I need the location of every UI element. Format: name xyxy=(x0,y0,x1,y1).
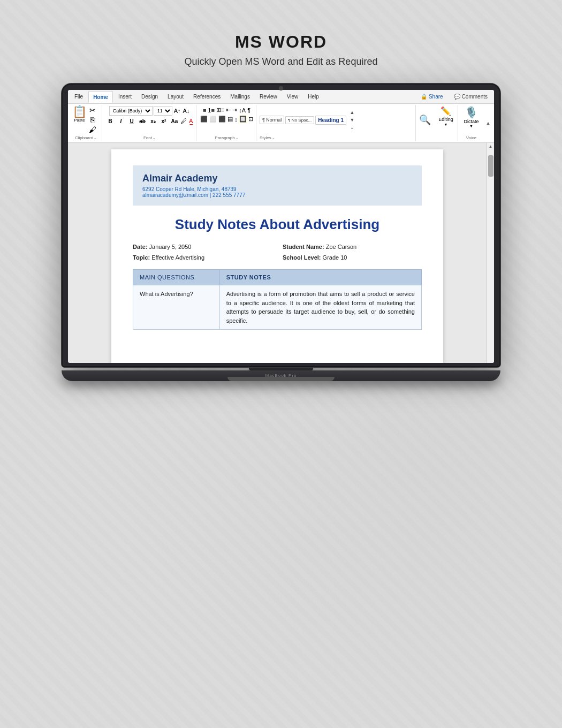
ribbon-tabs: File Home Insert Design Layout Reference… xyxy=(68,90,494,104)
dictate-button[interactable]: 🎙️ Dictate ▼ xyxy=(464,106,479,128)
grow-font-button[interactable]: A↑ xyxy=(173,107,181,115)
tab-view[interactable]: View xyxy=(283,91,303,103)
highlight-color-button[interactable]: 🖊 xyxy=(180,117,187,125)
tab-help[interactable]: Help xyxy=(303,91,323,103)
dictate-label: Dictate xyxy=(464,119,479,124)
share-button[interactable]: 🔒 Share xyxy=(416,93,447,101)
clipboard-group: 📋 Paste ✂ ⎘ 🖌 Clipboard ⌄ xyxy=(70,105,102,141)
styles-scroll-down[interactable]: ▼ xyxy=(348,117,356,123)
col-header-questions: MAIN QUESTIONS xyxy=(133,270,220,285)
font-size-select[interactable]: 11 xyxy=(154,106,172,116)
underline-button[interactable]: U xyxy=(127,117,136,125)
scrollbar-thumb[interactable] xyxy=(488,155,493,177)
scrollbar-track[interactable] xyxy=(487,150,494,363)
document-title: Study Notes About Advertising xyxy=(133,216,422,233)
tab-home[interactable]: Home xyxy=(88,91,113,103)
align-left-button[interactable]: ⬛ xyxy=(200,115,208,123)
academy-contact: almairacademy@zmail.com | 222 555 7777 xyxy=(142,192,412,198)
strikethrough-button[interactable]: ab xyxy=(138,117,147,125)
style-normal[interactable]: ¶ Normal xyxy=(260,116,284,124)
laptop-screen-frame: File Home Insert Design Layout Reference… xyxy=(62,84,500,367)
student-label: Student Name: xyxy=(283,244,324,250)
styles-expand[interactable]: ⌄ xyxy=(348,124,356,131)
search-group: 🔍 xyxy=(417,105,433,141)
editing-group: ✏️ Editing ▼ xyxy=(434,105,458,141)
paste-label: Paste xyxy=(74,118,85,123)
styles-label: Styles ⌄ xyxy=(260,135,275,140)
ribbon-scroll-arrow[interactable]: ▲ xyxy=(486,120,491,126)
style-no-spacing[interactable]: ¶ No Spac... xyxy=(285,116,314,124)
justify-button[interactable]: ▤ xyxy=(227,115,233,123)
ribbon-scrollbar[interactable]: ▲ xyxy=(484,105,492,141)
word-document: Almair Academy 6292 Cooper Rd Hale, Mich… xyxy=(111,149,443,363)
paragraph-group: ≡ 1≡ ⊞≡ ⇤ ⇥ ↕A ¶ ⬛ ⬜ ⬛ ▤ xyxy=(198,105,256,141)
study-table: MAIN QUESTIONS STUDY NOTES What is Adver… xyxy=(133,269,422,330)
tab-references[interactable]: References xyxy=(189,91,225,103)
meta-student: Student Name: Zoe Carson xyxy=(283,244,422,250)
tab-file[interactable]: File xyxy=(70,91,87,103)
scroll-up-arrow[interactable]: ▲ xyxy=(488,143,494,150)
col-header-notes: STUDY NOTES xyxy=(219,270,421,285)
laptop-label: MacBook Pro xyxy=(265,373,297,378)
align-right-button[interactable]: ⬛ xyxy=(218,115,226,123)
style-heading1[interactable]: Heading 1 xyxy=(315,116,346,125)
multilevel-button[interactable]: ⊞≡ xyxy=(216,106,225,114)
page-title-section: MS WORD Quickly Open MS Word and Edit as… xyxy=(185,32,378,67)
numbering-button[interactable]: 1≡ xyxy=(207,107,215,114)
meta-level: School Level: Grade 10 xyxy=(283,254,422,261)
shading-button[interactable]: 🔲 xyxy=(239,115,247,123)
document-area: ▲ ▼ Almair Academy 6292 Cooper Rd Hale, … xyxy=(68,143,494,363)
meta-grid: Date: January 5, 2050 Student Name: Zoe … xyxy=(133,244,422,261)
date-label: Date: xyxy=(133,244,148,250)
change-case-button[interactable]: Aa xyxy=(170,117,179,125)
sort-button[interactable]: ↕A xyxy=(238,107,246,114)
font-label: Font ⌄ xyxy=(143,135,156,140)
table-header-row: MAIN QUESTIONS STUDY NOTES xyxy=(133,270,422,285)
paste-icon: 📋 xyxy=(72,106,87,118)
tab-design[interactable]: Design xyxy=(137,91,162,103)
copy-button[interactable]: ⎘ xyxy=(88,116,97,124)
font-format-row: B I U ab x₂ x² Aa 🖊 A̲ xyxy=(105,117,194,125)
academy-name: Almair Academy xyxy=(142,173,412,184)
scrollbar[interactable]: ▲ ▼ xyxy=(487,143,494,363)
superscript-button[interactable]: x² xyxy=(159,117,169,125)
align-center-button[interactable]: ⬜ xyxy=(209,115,217,123)
dictate-chevron: ▼ xyxy=(469,124,473,128)
search-icon[interactable]: 🔍 xyxy=(419,114,431,126)
meta-topic: Topic: Effective Advertising xyxy=(133,254,272,261)
decrease-indent-button[interactable]: ⇤ xyxy=(225,106,231,114)
laptop-base: MacBook Pro xyxy=(62,370,500,381)
tab-layout[interactable]: Layout xyxy=(163,91,188,103)
increase-indent-button[interactable]: ⇥ xyxy=(232,106,238,114)
tab-insert[interactable]: Insert xyxy=(114,91,136,103)
tab-mailings[interactable]: Mailings xyxy=(226,91,254,103)
word-ribbon: File Home Insert Design Layout Reference… xyxy=(68,90,494,143)
bullets-button[interactable]: ≡ xyxy=(202,107,207,114)
show-formatting-button[interactable]: ¶ xyxy=(247,107,251,114)
page-subtitle: Quickly Open MS Word and Edit as Require… xyxy=(185,56,378,67)
shrink-font-button[interactable]: A↓ xyxy=(183,107,191,115)
voice-group: 🎙️ Dictate ▼ Voice xyxy=(459,105,483,141)
font-name-select[interactable]: Calibri (Body) xyxy=(109,106,153,116)
editing-mode-icon: ✏️ xyxy=(441,106,451,116)
microphone-icon: 🎙️ xyxy=(465,106,478,119)
date-value: January 5, 2050 xyxy=(149,244,192,250)
borders-button[interactable]: ⊡ xyxy=(248,115,254,123)
font-color-button[interactable]: A̲ xyxy=(188,117,194,125)
editing-mode-button[interactable]: ✏️ Editing ▼ xyxy=(438,106,453,126)
bold-button[interactable]: B xyxy=(105,117,115,125)
comments-button[interactable]: 💬 Comments xyxy=(450,93,492,101)
student-value: Zoe Carson xyxy=(326,244,356,250)
styles-scroll-up[interactable]: ▲ xyxy=(348,109,356,116)
line-spacing-button[interactable]: ↕ xyxy=(234,116,238,123)
cut-button[interactable]: ✂ xyxy=(88,106,97,115)
format-painter-button[interactable]: 🖌 xyxy=(88,125,97,134)
italic-button[interactable]: I xyxy=(116,117,126,125)
editing-mode-label: Editing xyxy=(438,117,453,122)
tab-review[interactable]: Review xyxy=(255,91,282,103)
ribbon-actions: 🔒 Share 💬 Comments xyxy=(416,93,492,101)
subscript-button[interactable]: x₂ xyxy=(148,117,158,125)
paste-button[interactable]: 📋 Paste xyxy=(72,106,87,134)
styles-nav: ▲ ▼ ⌄ xyxy=(348,109,356,131)
styles-group: ¶ Normal ¶ No Spac... Heading 1 ▲ ▼ xyxy=(257,105,416,141)
